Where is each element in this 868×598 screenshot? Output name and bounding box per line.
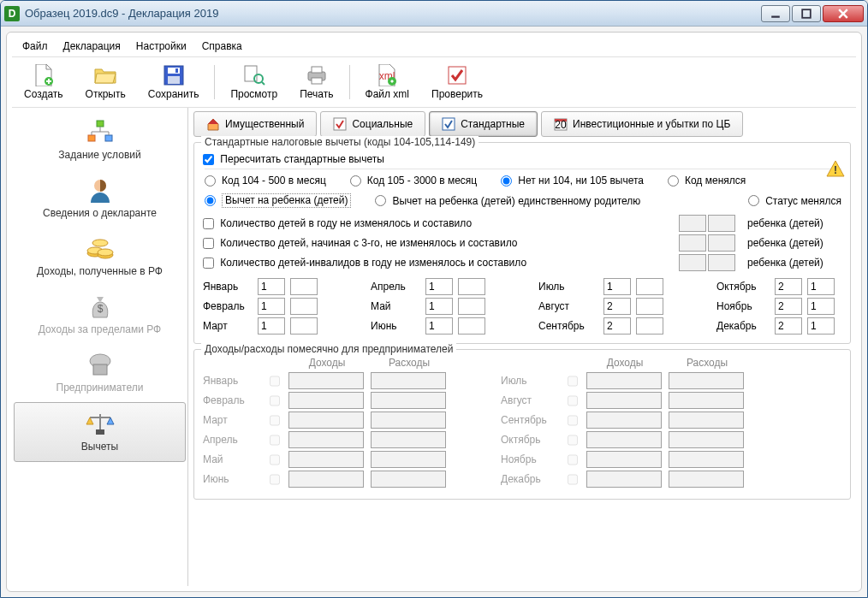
tab-investment[interactable]: 20 Инвестиционные и убытки по ЦБ xyxy=(541,111,743,137)
mar-b[interactable] xyxy=(290,317,318,335)
ent-check-l[interactable] xyxy=(270,474,280,485)
check-button[interactable]: Проверить xyxy=(421,61,493,104)
children-count-b[interactable] xyxy=(708,215,735,232)
ent-income-l[interactable] xyxy=(288,451,364,468)
ent-check-r[interactable] xyxy=(568,474,578,485)
oct-a[interactable] xyxy=(775,278,802,295)
disabled-children-b[interactable] xyxy=(708,254,735,271)
xml-button[interactable]: xml Файл xml xyxy=(355,61,420,104)
ent-check-r[interactable] xyxy=(568,395,578,406)
jun-a[interactable] xyxy=(425,317,453,335)
ent-expense-r[interactable] xyxy=(669,431,744,448)
radio-105[interactable]: Код 105 - 3000 в месяц xyxy=(350,175,477,187)
ent-check-r[interactable] xyxy=(568,376,578,387)
sidebar-item-declarant[interactable]: Сведения о декларанте xyxy=(12,169,187,228)
radio-status-changed[interactable]: Статус менялся xyxy=(748,193,841,208)
apr-a[interactable] xyxy=(425,278,453,295)
menu-help[interactable]: Справка xyxy=(195,38,249,55)
sidebar-item-deductions[interactable]: Вычеты xyxy=(14,402,186,462)
ent-check-l[interactable] xyxy=(270,435,280,446)
jun-b[interactable] xyxy=(458,317,485,335)
radio-104[interactable]: Код 104 - 500 в месяц xyxy=(205,175,326,187)
sidebar-item-income-rf[interactable]: Доходы, полученные в РФ xyxy=(12,228,187,286)
maximize-button[interactable] xyxy=(792,5,821,22)
print-button[interactable]: Печать xyxy=(289,61,343,104)
mar-a[interactable] xyxy=(258,317,285,335)
ent-expense-l[interactable] xyxy=(371,471,446,488)
jan-b[interactable] xyxy=(290,278,318,295)
radio-none[interactable]: Нет ни 104, ни 105 вычета xyxy=(501,175,644,187)
may-a[interactable] xyxy=(425,298,453,315)
checkbox-children-count[interactable]: Количество детей в году не изменялось и … xyxy=(203,217,472,229)
preview-button[interactable]: Просмотр xyxy=(220,61,288,104)
ent-expense-r[interactable] xyxy=(669,372,744,389)
ent-check-l[interactable] xyxy=(270,415,280,426)
sidebar-item-entrepreneurs[interactable]: Предприниматели xyxy=(12,344,187,402)
ent-expense-r[interactable] xyxy=(669,392,744,409)
disabled-children-a[interactable] xyxy=(679,254,706,271)
tab-property[interactable]: Имущественный xyxy=(193,111,317,137)
jul-b[interactable] xyxy=(636,278,663,295)
sep-a[interactable] xyxy=(603,317,631,335)
aug-a[interactable] xyxy=(603,298,631,315)
jul-a[interactable] xyxy=(603,278,631,295)
save-button[interactable]: Сохранить xyxy=(138,61,210,104)
aug-b[interactable] xyxy=(636,298,663,315)
ent-expense-l[interactable] xyxy=(371,411,446,429)
ent-check-r[interactable] xyxy=(568,415,578,426)
ent-income-l[interactable] xyxy=(288,411,364,429)
ent-expense-l[interactable] xyxy=(371,392,446,409)
feb-b[interactable] xyxy=(290,298,318,315)
children-from3-a[interactable] xyxy=(679,234,706,252)
sep-b[interactable] xyxy=(636,317,663,335)
create-button[interactable]: Создать xyxy=(14,61,74,104)
nov-a[interactable] xyxy=(775,298,802,315)
ent-income-r[interactable] xyxy=(586,451,662,468)
ent-expense-r[interactable] xyxy=(669,451,744,468)
ent-income-r[interactable] xyxy=(586,431,662,448)
oct-b[interactable] xyxy=(807,278,835,295)
nov-b[interactable] xyxy=(807,298,835,315)
ent-check-l[interactable] xyxy=(270,376,280,387)
ent-expense-l[interactable] xyxy=(371,372,446,389)
checkbox-disabled-children[interactable]: Количество детей-инвалидов в году не изм… xyxy=(203,257,526,269)
ent-income-r[interactable] xyxy=(586,471,662,488)
checkbox-children-from3[interactable]: Количество детей, начиная с 3-го, не изм… xyxy=(203,237,517,249)
ent-expense-r[interactable] xyxy=(669,471,744,488)
jan-a[interactable] xyxy=(258,278,285,295)
menu-file[interactable]: Файл xyxy=(15,38,55,55)
ent-expense-r[interactable] xyxy=(669,411,744,429)
ent-income-l[interactable] xyxy=(288,431,364,448)
sidebar-item-income-foreign[interactable]: $ Доходы за пределами РФ xyxy=(12,286,187,344)
children-from3-b[interactable] xyxy=(708,234,735,252)
ent-check-l[interactable] xyxy=(270,395,280,406)
minimize-button[interactable] xyxy=(761,5,790,22)
ent-income-l[interactable] xyxy=(288,392,364,409)
menu-settings[interactable]: Настройки xyxy=(129,38,193,55)
menu-declaration[interactable]: Декларация xyxy=(56,38,128,55)
open-button[interactable]: Открыть xyxy=(75,61,136,104)
apr-b[interactable] xyxy=(458,278,485,295)
feb-a[interactable] xyxy=(258,298,285,315)
may-b[interactable] xyxy=(458,298,485,315)
ent-income-r[interactable] xyxy=(586,411,662,429)
ent-expense-l[interactable] xyxy=(371,431,446,448)
tab-standard[interactable]: Стандартные xyxy=(429,111,538,137)
close-button[interactable] xyxy=(823,5,864,22)
ent-expense-l[interactable] xyxy=(371,451,446,468)
ent-income-l[interactable] xyxy=(288,471,364,488)
dec-a[interactable] xyxy=(775,317,802,335)
children-count-a[interactable] xyxy=(679,215,706,232)
tab-social[interactable]: Социальные xyxy=(320,111,425,137)
radio-changed[interactable]: Код менялся xyxy=(668,175,746,187)
ent-check-r[interactable] xyxy=(568,435,578,446)
sidebar-item-conditions[interactable]: Задание условий xyxy=(12,111,187,169)
radio-child[interactable]: Вычет на ребенка (детей) xyxy=(205,193,351,208)
radio-child-single[interactable]: Вычет на ребенка (детей) единственному р… xyxy=(375,193,640,208)
ent-check-l[interactable] xyxy=(270,454,280,465)
checkbox-recalc[interactable]: Пересчитать стандартные вычеты xyxy=(203,153,384,165)
ent-income-l[interactable] xyxy=(288,372,364,389)
ent-income-r[interactable] xyxy=(586,372,662,389)
ent-check-r[interactable] xyxy=(568,454,578,465)
dec-b[interactable] xyxy=(807,317,835,335)
